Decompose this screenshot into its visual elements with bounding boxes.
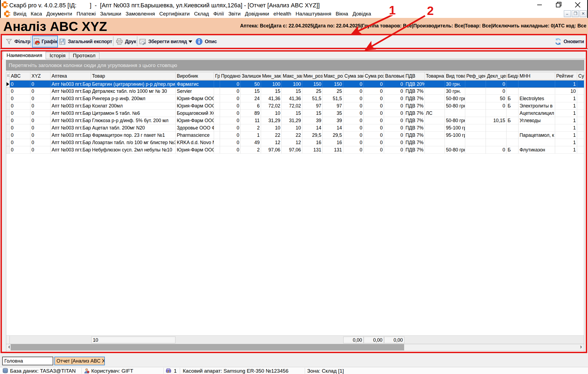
cell-dekl_ce [486,139,507,146]
menu-item-8[interactable]: Склад [194,11,209,17]
table-row[interactable]: 00Апт №003 пгт.БарДетралекс табл. п/о 10… [6,88,584,95]
table-row[interactable]: 00Апт №003 пгт.БарЛозартан табл. п/о 100… [6,139,584,146]
print-button-label: Друк [125,39,136,45]
status-separator [81,368,82,374]
horizontal-scrollbar[interactable]: ‹ › [6,344,584,351]
menu-item-11[interactable]: Довідники [245,11,269,17]
cell-xyz: 0 [30,102,51,110]
tab-1[interactable]: Наименования [3,51,46,59]
column-header-dekl_ce[interactable]: Декл_цена [486,72,507,80]
report-filter-summary: Аптека: Все|Дата с: 22.04.2025|Дата по: … [240,23,586,29]
column-header-min_zak[interactable]: Мин_зак. [261,72,282,80]
column-header-summa[interactable]: Сумма [577,72,584,80]
column-header-abc[interactable]: ABC [10,72,30,80]
tab-2[interactable]: Історія [46,52,69,59]
cell-vid_tov: 95-100 грн. [445,124,465,132]
column-header-maks_roz[interactable]: Макс_розн [323,72,343,80]
scrollbar-thumb[interactable] [11,344,404,350]
column-header-tovar[interactable]: Товар [91,72,176,80]
menu-item-2[interactable]: Каса [31,11,42,17]
cell-apteka: Апт №003 пгт.Бар [51,110,91,117]
description-button[interactable]: Опис [195,36,217,47]
table-row[interactable]: 00Апт №003 пгт.БарРингера р-р инф. 200мл… [6,95,584,102]
cell-mnn: Углеводы [518,117,555,124]
cell-grupa [214,110,220,117]
column-header-ref_cen[interactable]: Реф_цен [465,72,486,80]
column-header-prodano[interactable]: Продано [220,72,241,80]
mdi-minimize-button[interactable]: – [564,10,571,17]
data-grid: ABCXYZАптекаТоварВиробникГруппаПроданоЗа… [6,72,584,352]
column-header-tovarna[interactable]: Товарна [425,72,445,80]
column-header-suma_zak[interactable]: Сума зак [343,72,364,80]
cell-grupa [214,80,220,88]
table-row[interactable]: 00Апт №003 пгт.БарКсилат 200млЮрия-Фарм … [6,102,584,110]
column-header-zalyshok[interactable]: Залишок [241,72,261,80]
cell-summa [577,95,584,102]
print-button[interactable]: Друк [116,36,136,47]
minimize-button-icon[interactable] [537,5,542,5]
cell-summa [577,124,584,132]
column-chooser-icon[interactable] [7,75,10,78]
column-header-reyting[interactable]: Рейтинг [555,72,577,80]
save-view-dropdown-icon[interactable] [188,40,192,43]
menu-item-3[interactable]: Документи [46,11,72,17]
menu-item-5[interactable]: Залишки [100,11,121,17]
column-header-suma_roz[interactable]: Сума роз [364,72,384,80]
table-row[interactable]: 00Апт №003 пгт.БарБетаргин (цитраргинин)… [6,80,584,88]
menu-item-7[interactable]: Сертифікати [159,11,190,17]
column-header-apteka[interactable]: Аптека [51,72,91,80]
column-header-byudzh[interactable]: Бюджет [507,72,518,80]
column-header-grupa[interactable]: Группа [214,72,220,80]
window-tab-1[interactable]: Головна [2,357,53,365]
menu-item-1[interactable]: Вихід [13,11,26,17]
cell-pdv: ПДВ 20% [404,80,425,88]
column-header-vid_tov[interactable]: Вид товара [445,72,465,80]
cell-prodano: 0 [220,139,241,146]
refresh-button[interactable]: Оновити [555,36,584,47]
cell-ref_cen [465,95,486,102]
menu-item-4[interactable]: Платежі [77,11,96,17]
table-row[interactable]: 00Апт №003 пгт.БарНебуфлюзон сусп. 2мл н… [6,146,584,154]
scroll-right-icon[interactable]: › [578,344,584,350]
column-header-valovye[interactable]: Валовые [384,72,404,80]
cell-tovarna [425,95,445,102]
cell-vid_tov: 30 грн. [445,80,465,88]
column-header-vyrobnyk[interactable]: Виробник [176,72,214,80]
table-row[interactable]: 00Апт №003 пгт.БарАцетал табл. 200мг N20… [6,124,584,132]
table-row[interactable]: 00Апт №003 пгт.БарЦитрамон 5 табл. №6Бор… [6,110,584,117]
menu-item-14[interactable]: Вікна [336,11,348,17]
save-view-button[interactable]: Зберегти вигляд [139,36,187,47]
table-row[interactable]: 00Апт №003 пгт.БарГлюкоза р-р д/инф. 5% … [6,117,584,124]
menu-item-10[interactable]: Звіти [228,11,241,17]
cell-suma_zak: 0 [343,102,364,110]
column-header-mnn[interactable]: МНН [518,72,555,80]
menu-item-15[interactable]: Довідка [353,11,371,17]
cell-apteka: Апт №003 пгт.Бар [51,95,91,102]
cell-min_rozn: 150 [302,80,323,88]
chart-button[interactable]: Графік [32,36,58,47]
table-row[interactable]: 00Апт №003 пгт.БарФармацитрон пор. 23 г … [6,132,584,139]
close-button-icon[interactable] [575,2,580,7]
filter-button[interactable]: Фільтр [5,36,30,47]
group-by-panel[interactable]: Перетягніть заголовок колонки сюди для у… [6,60,584,71]
column-header-maks_zak[interactable]: Макс_зак [282,72,302,80]
menu-item-12[interactable]: eHealth [273,11,291,17]
cell-maks_zak: 15 [282,110,302,117]
column-header-pdv[interactable]: ПДВ [404,72,425,80]
cell-abc: 0 [10,146,30,154]
export-button[interactable]: Загальний експорт [59,36,112,47]
menu-item-9[interactable]: Філії [213,11,224,17]
window-tab-2[interactable]: Отчет [Анализ ABC X ... [54,357,105,365]
column-header-sel[interactable] [6,72,10,80]
mdi-restore-button[interactable]: ❐ [572,10,579,17]
cell-zalyshok: 11 [241,117,261,124]
menu-item-13[interactable]: Налаштування [295,11,331,17]
cell-vid_tov: 30 грн. [445,87,465,95]
cell-maks_zak: 97,06 [282,146,302,154]
menu-item-6[interactable]: Замовлення [125,11,155,17]
mdi-close-button[interactable]: ✕ [580,10,587,17]
column-header-min_rozn[interactable]: Мин_розн [302,72,323,80]
tab-3[interactable]: Протокол [69,52,99,59]
restore-button-icon[interactable] [556,2,561,7]
column-header-xyz[interactable]: XYZ [30,72,51,80]
